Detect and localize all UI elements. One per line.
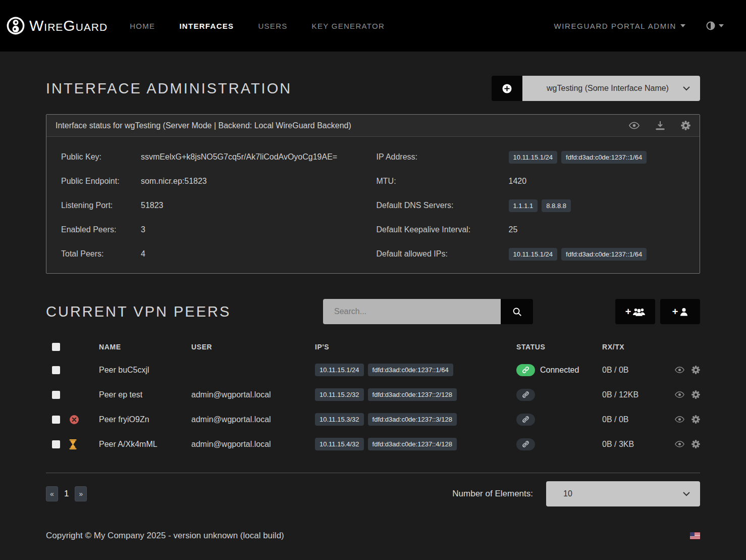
user-icon bbox=[680, 308, 688, 316]
peer-ip-badge: 10.11.15.3/32 bbox=[315, 413, 364, 426]
interface-status-panel: Interface status for wgTesting (Server M… bbox=[46, 114, 700, 274]
peer-settings-gear-icon[interactable] bbox=[691, 390, 700, 399]
user-menu-label: Wireguard Portal Admin bbox=[554, 22, 676, 30]
search-icon bbox=[512, 307, 522, 317]
chevron-down-icon bbox=[683, 492, 690, 496]
search-input[interactable] bbox=[323, 299, 501, 324]
field-label: MTU: bbox=[377, 177, 509, 186]
interface-settings-gear-icon[interactable] bbox=[681, 121, 690, 130]
plus-icon: + bbox=[672, 307, 678, 317]
peer-ip-badge: 10.11.15.4/32 bbox=[315, 438, 364, 450]
ip-badge: 10.11.15.1/24 bbox=[509, 151, 558, 164]
page-title: Interface Administration bbox=[46, 80, 292, 97]
peer-user: admin@wgportal.local bbox=[191, 390, 315, 399]
peer-view-eye-icon[interactable] bbox=[675, 367, 684, 373]
peer-settings-gear-icon[interactable] bbox=[691, 440, 700, 448]
peer-rxtx: 0B / 12KB bbox=[602, 390, 673, 399]
user-group-icon bbox=[633, 308, 645, 316]
offline-status-icon bbox=[516, 438, 535, 450]
navbar: WireGuard Home Interfaces Users Key Gene… bbox=[0, 0, 746, 52]
nav-item-users[interactable]: Users bbox=[258, 22, 287, 30]
interface-select-value: wgTesting (Some Interface Name) bbox=[532, 84, 683, 93]
field-label: Public Endpoint: bbox=[61, 177, 141, 186]
mtu-value: 1420 bbox=[509, 177, 527, 186]
peer-ip-badge: fdfd:d3ad:c0de:1237::4/128 bbox=[368, 438, 457, 450]
add-multiple-peers-button[interactable]: + bbox=[615, 299, 655, 324]
peers-section-title: Current VPN Peers bbox=[46, 303, 231, 320]
dns-badge: 1.1.1.1 bbox=[509, 199, 538, 212]
field-label: Enabled Peers: bbox=[61, 225, 141, 234]
ip-badge: fdfd:d3ad:c0de:1237::1/64 bbox=[561, 151, 647, 164]
peer-view-eye-icon[interactable] bbox=[675, 441, 684, 447]
peer-rxtx: 0B / 3KB bbox=[602, 440, 673, 449]
field-label: IP Address: bbox=[377, 152, 509, 162]
row-checkbox[interactable] bbox=[52, 440, 60, 448]
field-label: Total Peers: bbox=[61, 249, 141, 259]
peer-user: admin@wgportal.local bbox=[191, 440, 315, 449]
theme-toggle-dropdown[interactable] bbox=[706, 21, 724, 31]
column-header-user: USER bbox=[191, 343, 315, 351]
peer-settings-gear-icon[interactable] bbox=[691, 366, 700, 374]
peer-view-eye-icon[interactable] bbox=[675, 416, 684, 423]
add-peer-button[interactable]: + bbox=[660, 299, 700, 324]
language-flag-icon[interactable] bbox=[690, 532, 700, 539]
nav-links: Home Interfaces Users Key Generator bbox=[130, 22, 385, 30]
row-checkbox[interactable] bbox=[52, 416, 60, 424]
caret-down-icon bbox=[680, 24, 685, 27]
peer-settings-gear-icon[interactable] bbox=[691, 415, 700, 424]
caret-down-icon bbox=[719, 24, 724, 27]
peer-disabled-icon bbox=[69, 415, 79, 425]
download-config-icon[interactable] bbox=[656, 121, 665, 130]
field-label: Default allowed IPs: bbox=[377, 249, 509, 259]
row-checkbox[interactable] bbox=[52, 391, 60, 399]
row-checkbox[interactable] bbox=[52, 366, 60, 374]
brand-name: WireGuard bbox=[29, 17, 108, 34]
pagination-prev-button[interactable]: « bbox=[46, 486, 58, 501]
field-label: Public Key: bbox=[61, 152, 141, 162]
interface-select[interactable]: wgTesting (Some Interface Name) bbox=[522, 76, 700, 101]
pagination: « 1 » bbox=[46, 486, 87, 501]
theme-icon bbox=[706, 21, 716, 31]
nav-item-key-generator[interactable]: Key Generator bbox=[312, 22, 385, 30]
peer-rxtx: 0B / 0B bbox=[602, 415, 673, 424]
panel-title: Interface status for wgTesting (Server M… bbox=[56, 121, 351, 130]
dns-badge: 8.8.8.8 bbox=[542, 199, 571, 212]
enabled-peers-value: 3 bbox=[141, 225, 145, 234]
allowed-ip-badge: fdfd:d3ad:c0de:1237::1/64 bbox=[561, 248, 647, 261]
peer-ip-badge: fdfd:d3ad:c0de:1237::2/128 bbox=[368, 388, 457, 401]
pagination-page-number[interactable]: 1 bbox=[64, 489, 69, 499]
peer-ip-badge: fdfd:d3ad:c0de:1237::3/128 bbox=[368, 413, 457, 426]
allowed-ip-badge: 10.11.15.1/24 bbox=[509, 248, 558, 261]
copyright-text: Copyright © My Company 2025 - version un… bbox=[46, 531, 284, 541]
peer-table: NAME USER IP'S STATUS RX/TX Peer buC5cxj… bbox=[46, 336, 700, 473]
peer-rxtx: 0B / 0B bbox=[602, 366, 673, 375]
keepalive-value: 25 bbox=[509, 225, 518, 234]
field-label: Default DNS Servers: bbox=[377, 201, 509, 210]
status-label: Connected bbox=[540, 366, 579, 375]
select-all-checkbox[interactable] bbox=[52, 343, 60, 351]
connected-status-icon bbox=[516, 364, 535, 376]
search-button[interactable] bbox=[501, 299, 533, 324]
peer-name: Peer buC5cxjl bbox=[99, 366, 191, 375]
field-label: Default Keepalive Interval: bbox=[377, 225, 509, 234]
plus-icon: + bbox=[625, 307, 631, 317]
peer-row: Peer buC5cxjl 10.11.15.1/24 fdfd:d3ad:c0… bbox=[46, 358, 700, 382]
peer-row: Peer ep test admin@wgportal.local 10.11.… bbox=[46, 382, 700, 407]
elements-count-select[interactable]: 10 bbox=[546, 481, 700, 506]
wireguard-logo-icon bbox=[6, 16, 25, 35]
field-label: Listening Port: bbox=[61, 201, 141, 210]
column-header-status: STATUS bbox=[516, 343, 602, 351]
nav-item-interfaces[interactable]: Interfaces bbox=[179, 22, 234, 30]
pagination-next-button[interactable]: » bbox=[75, 486, 87, 501]
view-config-eye-icon[interactable] bbox=[629, 122, 640, 129]
elements-count-label: Number of Elements: bbox=[452, 489, 533, 499]
brand-logo[interactable]: WireGuard bbox=[6, 16, 108, 35]
nav-item-home[interactable]: Home bbox=[130, 22, 155, 30]
peer-expiring-hourglass-icon bbox=[69, 439, 77, 449]
elements-count-value: 10 bbox=[556, 489, 683, 498]
column-header-name: NAME bbox=[99, 343, 191, 351]
user-menu-dropdown[interactable]: Wireguard Portal Admin bbox=[554, 22, 685, 30]
peer-name: Peer A/Xk4mML bbox=[99, 440, 191, 449]
peer-view-eye-icon[interactable] bbox=[675, 391, 684, 398]
add-interface-button[interactable] bbox=[492, 76, 522, 101]
